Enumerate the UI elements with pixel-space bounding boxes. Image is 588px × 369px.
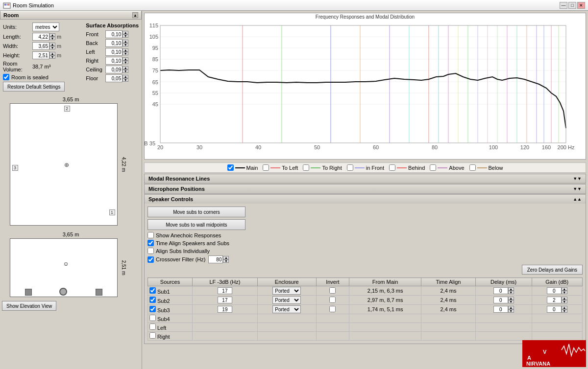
source-gain-down[interactable]: ▼ [562, 300, 567, 303]
sealed-checkbox[interactable] [3, 74, 9, 80]
front-up-btn[interactable]: ▲ [122, 31, 128, 34]
source-gain-up[interactable]: ▲ [562, 306, 567, 309]
height-down-btn[interactable]: ▼ [49, 55, 55, 59]
floor-plan-top-height-label: 4,22 m [121, 157, 126, 172]
source-delay-down[interactable]: ▼ [508, 291, 514, 294]
time-align-label: Time Align Speakers and Subs [156, 240, 229, 246]
units-select[interactable]: metres feet [32, 23, 59, 31]
length-input[interactable] [32, 33, 49, 41]
right-absorption-row: Right ▲ ▼ [86, 57, 139, 65]
source-delay-up[interactable]: ▲ [508, 306, 514, 309]
width-input[interactable] [32, 42, 49, 50]
ceiling-absorption-row: Ceiling ▲ ▼ [86, 66, 139, 73]
source-delay-up[interactable]: ▲ [508, 287, 514, 291]
source-lf-input[interactable] [218, 306, 232, 313]
crossover-checkbox[interactable] [147, 256, 154, 263]
ceiling-up-btn[interactable]: ▲ [122, 66, 128, 69]
source-enclosure-select[interactable]: PortedSealedPassive [272, 287, 301, 295]
source-enable-checkbox[interactable] [149, 306, 156, 312]
crossover-input[interactable] [208, 255, 223, 263]
source-enable-checkbox[interactable] [149, 332, 156, 339]
anechoic-checkbox[interactable] [147, 232, 154, 238]
maximize-button[interactable]: □ [568, 2, 576, 9]
legend-above-checkbox[interactable] [430, 164, 436, 171]
move-midpoints-button[interactable]: Move subs to wall midpoints [147, 219, 245, 230]
floor-plan-top[interactable]: 2 3 1 ⊕ [10, 103, 118, 226]
source-delay-up[interactable]: ▲ [508, 297, 514, 300]
crossover-label: Crossover Filter (Hz) [156, 256, 205, 262]
legend-below-checkbox[interactable] [469, 164, 476, 171]
source-delay-input[interactable] [493, 287, 508, 294]
source-invert-checkbox[interactable] [329, 297, 336, 303]
source-gain-input[interactable] [547, 287, 562, 294]
crossover-up-btn[interactable]: ▲ [223, 256, 229, 259]
legend-main-checkbox[interactable] [227, 164, 234, 171]
source-enclosure-select[interactable]: PortedSealedPassive [272, 296, 301, 304]
align-subs-checkbox[interactable] [147, 248, 154, 254]
legend-to-right-checkbox[interactable] [303, 164, 309, 171]
col-from-main: From Main [349, 278, 421, 286]
source-delay-down[interactable]: ▼ [508, 309, 514, 313]
back-down-btn[interactable]: ▼ [122, 43, 128, 46]
source-delay-input[interactable] [493, 297, 508, 303]
microphone-positions-header[interactable]: Microphone Positions ▼▼ [145, 184, 586, 193]
source-enable-checkbox[interactable] [149, 315, 156, 321]
floor-input[interactable] [105, 74, 122, 82]
zero-delays-button[interactable]: Zero Delays and Gains [522, 265, 583, 275]
length-up-btn[interactable]: ▲ [49, 33, 55, 37]
height-input[interactable] [32, 51, 49, 59]
left-up-btn[interactable]: ▲ [122, 48, 128, 52]
frequency-response-chart: 115 105 95 85 75 65 55 45 dB 35 [145, 21, 576, 154]
right-up-btn[interactable]: ▲ [122, 57, 128, 61]
floor-up-btn[interactable]: ▲ [122, 75, 128, 78]
source-gain-up[interactable]: ▲ [562, 287, 567, 291]
ceiling-down-btn[interactable]: ▼ [122, 69, 128, 73]
room-collapse-btn[interactable]: ▲ [132, 12, 138, 18]
source-invert-checkbox[interactable] [329, 287, 336, 294]
source-delay-down[interactable]: ▼ [508, 300, 514, 303]
left-absorption-row: Left ▲ ▼ [86, 48, 139, 56]
width-down-btn[interactable]: ▼ [49, 46, 55, 49]
front-down-btn[interactable]: ▼ [122, 34, 128, 38]
legend-behind-checkbox[interactable] [389, 164, 395, 171]
speaker-controls-header[interactable]: Speaker Controls ▲▲ [145, 195, 586, 204]
show-elevation-button[interactable]: Show Elevation View [2, 301, 56, 311]
floor-down-btn[interactable]: ▼ [122, 78, 128, 82]
source-lf-input[interactable] [218, 287, 232, 294]
front-input[interactable] [105, 30, 122, 38]
legend-in-front-checkbox[interactable] [347, 164, 353, 171]
source-gain-up[interactable]: ▲ [562, 297, 567, 300]
length-down-btn[interactable]: ▼ [49, 37, 55, 40]
height-up-btn[interactable]: ▲ [49, 52, 55, 55]
left-down-btn[interactable]: ▼ [122, 52, 128, 55]
move-corners-button[interactable]: Move subs to corners [147, 207, 245, 217]
right-input[interactable] [105, 57, 122, 65]
source-invert-checkbox[interactable] [329, 306, 336, 312]
back-input[interactable] [105, 39, 122, 47]
source-gain-input[interactable] [547, 297, 562, 303]
source-gain-input[interactable] [547, 306, 562, 313]
modal-resonance-header[interactable]: Modal Resonance Lines ▼▼ [145, 174, 586, 183]
source-gain-down[interactable]: ▼ [562, 309, 567, 313]
left-input[interactable] [105, 48, 122, 56]
legend-to-left-checkbox[interactable] [263, 164, 269, 171]
minimize-button[interactable]: — [560, 2, 567, 9]
svg-text:100: 100 [489, 144, 498, 150]
source-enclosure-select[interactable]: PortedSealedPassive [272, 305, 301, 313]
source-enable-checkbox[interactable] [149, 297, 156, 303]
restore-defaults-button[interactable]: Restore Default Settings [3, 82, 65, 92]
source-gain-down[interactable]: ▼ [562, 291, 567, 294]
source-lf-input[interactable] [218, 297, 232, 303]
back-up-btn[interactable]: ▲ [122, 40, 128, 43]
right-down-btn[interactable]: ▼ [122, 61, 128, 64]
time-align-checkbox[interactable] [147, 240, 154, 246]
elev-speaker-right [96, 289, 102, 296]
source-enable-checkbox[interactable] [149, 323, 156, 330]
close-button[interactable]: ✕ [577, 2, 585, 9]
source-enable-checkbox[interactable] [149, 287, 156, 294]
width-up-btn[interactable]: ▲ [49, 43, 55, 46]
source-delay-input[interactable] [493, 306, 508, 313]
ceiling-input[interactable] [105, 66, 122, 73]
crossover-down-btn[interactable]: ▼ [223, 259, 229, 263]
floor-plan-side[interactable]: ☺ [10, 238, 118, 297]
